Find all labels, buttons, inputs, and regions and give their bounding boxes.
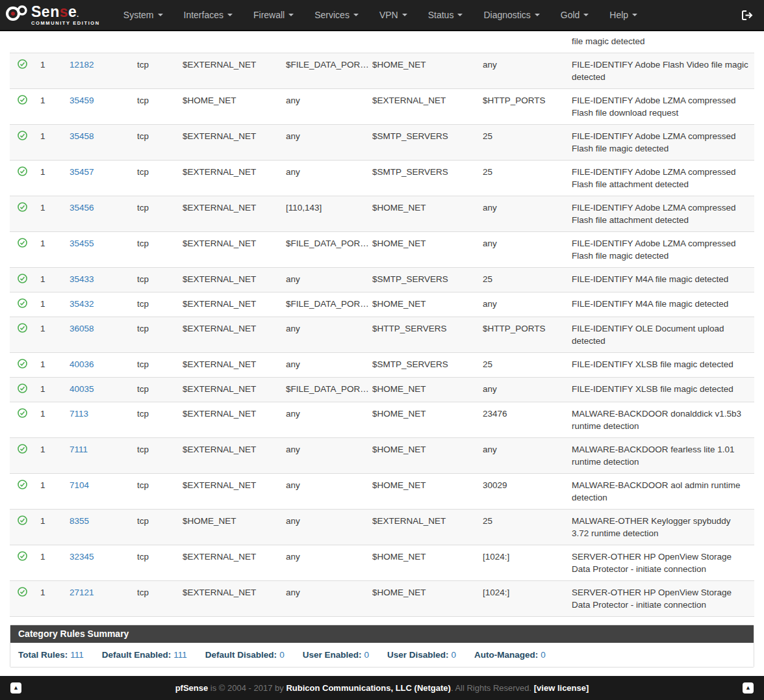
rule-enabled-cell xyxy=(10,161,35,196)
rule-source-net: $EXTERNAL_NET xyxy=(177,402,281,437)
rule-sid-link[interactable]: 36058 xyxy=(70,324,94,333)
rule-dest-net: $SMTP_SERVERS xyxy=(367,125,478,160)
rule-sid-link[interactable]: 35455 xyxy=(70,239,94,248)
rule-source-port: any xyxy=(281,510,367,545)
rule-dest-net: $HOME_NET xyxy=(367,232,478,267)
rule-enabled-cell xyxy=(10,545,35,580)
navbar-item-interfaces[interactable]: Interfaces xyxy=(173,1,243,29)
check-circle-icon[interactable] xyxy=(18,276,27,285)
panel-title: Category Rules Summary xyxy=(10,625,754,643)
rule-source-port: $FILE_DATA_POR… xyxy=(281,232,367,267)
table-row: 1 40036 tcp $EXTERNAL_NET any $SMTP_SERV… xyxy=(10,353,754,378)
rule-dest-net: $HOME_NET xyxy=(367,474,478,509)
footer-link[interactable]: [view license] xyxy=(534,683,589,693)
check-circle-icon[interactable] xyxy=(18,517,27,527)
check-circle-icon[interactable] xyxy=(18,482,27,491)
rule-gid: 1 xyxy=(35,581,64,616)
check-circle-icon[interactable] xyxy=(18,553,27,563)
check-circle-icon[interactable] xyxy=(18,325,27,335)
rule-sid-link[interactable]: 7104 xyxy=(70,480,89,490)
rule-message: SERVER-OTHER HP OpenView Storage Data Pr… xyxy=(567,545,754,580)
scroll-top-icon-left[interactable]: ▲ xyxy=(10,682,21,694)
rule-source-port: any xyxy=(281,438,367,473)
summary-stat: Auto-Managed:0 xyxy=(474,650,546,660)
navbar-item-diagnostics[interactable]: Diagnostics xyxy=(473,1,550,29)
check-circle-icon[interactable] xyxy=(18,204,27,214)
navbar-item-services[interactable]: Services xyxy=(304,1,369,29)
rule-dest-net: $HOME_NET xyxy=(367,53,478,88)
rule-source-port: [110,143] xyxy=(281,196,367,231)
rule-source-net: $HOME_NET xyxy=(177,89,281,124)
navbar-item-vpn[interactable]: VPN xyxy=(369,1,418,29)
rule-dest-port: 23476 xyxy=(478,402,567,437)
summary-stat-value: 0 xyxy=(279,650,285,660)
navbar-item-help[interactable]: Help xyxy=(599,1,648,29)
rule-dest-net: $HOME_NET xyxy=(367,438,478,473)
rule-message: MALWARE-OTHER Keylogger spybuddy 3.72 ru… xyxy=(567,510,754,545)
pfsense-logo[interactable]: Sense. COMMUNITY EDITION xyxy=(5,4,100,26)
rule-dest-net: $SMTP_SERVERS xyxy=(367,161,478,196)
navbar-item-label: Services xyxy=(314,10,350,20)
rule-message: FILE-IDENTIFY Adobe LZMA compressed Flas… xyxy=(567,196,754,231)
summary-stat-label: Default Disabled: xyxy=(205,650,277,660)
check-circle-icon[interactable] xyxy=(18,240,27,250)
rule-protocol: tcp xyxy=(132,125,177,160)
rule-sid-link[interactable]: 7111 xyxy=(70,445,88,454)
rule-sid-link[interactable]: 12182 xyxy=(70,60,94,70)
rule-source-net: $EXTERNAL_NET xyxy=(177,125,281,160)
check-circle-icon[interactable] xyxy=(18,300,27,310)
navbar-item-firewall[interactable]: Firewall xyxy=(243,1,304,29)
check-circle-icon[interactable] xyxy=(18,410,27,420)
rule-source-port: $FILE_DATA_POR… xyxy=(281,292,367,317)
rule-sid-link[interactable]: 35457 xyxy=(70,167,94,177)
rule-gid: 1 xyxy=(35,268,64,292)
rule-sid-link[interactable]: 40036 xyxy=(70,359,94,369)
summary-stats: Total Rules:111 Default Enabled:111 Defa… xyxy=(10,643,754,667)
rule-dest-port: 25 xyxy=(478,161,567,196)
category-rules-summary-panel: Category Rules Summary Total Rules:111 D… xyxy=(10,625,754,668)
rule-sid-link[interactable]: 32345 xyxy=(70,552,94,562)
check-circle-icon[interactable] xyxy=(18,446,27,456)
rule-message: MALWARE-BACKDOOR fearless lite 1.01 runt… xyxy=(567,438,754,473)
rule-source-net: $EXTERNAL_NET xyxy=(177,268,281,292)
footer-link[interactable]: pfSense xyxy=(175,683,209,693)
check-circle-icon[interactable] xyxy=(18,97,27,107)
rule-gid: 1 xyxy=(35,161,64,196)
rule-enabled-cell xyxy=(10,125,35,160)
sign-out-icon[interactable] xyxy=(737,10,758,21)
rule-sid-link[interactable]: 35432 xyxy=(70,299,94,309)
rule-sid-link[interactable]: 7113 xyxy=(70,409,88,419)
scroll-top-icon-right[interactable]: ▲ xyxy=(743,682,754,694)
rule-protocol: tcp xyxy=(132,353,177,377)
check-circle-icon[interactable] xyxy=(18,133,27,142)
rule-gid: 1 xyxy=(35,353,64,377)
check-circle-icon[interactable] xyxy=(18,361,27,370)
check-circle-icon[interactable] xyxy=(18,61,27,71)
navbar-item-status[interactable]: Status xyxy=(418,1,474,29)
rule-sid-link[interactable]: 35459 xyxy=(70,96,94,105)
check-circle-icon[interactable] xyxy=(18,589,27,599)
logo-edition-label: COMMUNITY EDITION xyxy=(31,21,100,26)
table-row: 1 32345 tcp $EXTERNAL_NET any $HOME_NET … xyxy=(10,545,754,581)
rule-source-net: $EXTERNAL_NET xyxy=(177,292,281,317)
check-circle-icon[interactable] xyxy=(18,385,27,395)
rule-source-port: any xyxy=(281,402,367,437)
rule-sid-link[interactable]: 27121 xyxy=(70,588,94,597)
check-circle-icon[interactable] xyxy=(18,168,27,178)
table-row: 1 35459 tcp $HOME_NET any $EXTERNAL_NET … xyxy=(10,89,754,125)
summary-stat-label: User Disabled: xyxy=(387,650,449,660)
summary-stat: Default Enabled:111 xyxy=(102,650,187,660)
rule-sid-link[interactable]: 40035 xyxy=(70,384,94,394)
rule-sid-link[interactable]: 35458 xyxy=(70,131,94,141)
rule-dest-net: $HTTP_SERVERS xyxy=(367,317,478,352)
rule-dest-net: $HOME_NET xyxy=(367,581,478,616)
rule-sid-link[interactable]: 35433 xyxy=(70,274,94,284)
navbar-item-gold[interactable]: Gold xyxy=(550,1,600,29)
footer-link[interactable]: Rubicon Communications, LLC (Netgate) xyxy=(286,683,451,693)
rule-sid-link[interactable]: 35456 xyxy=(70,203,94,213)
navbar-item-label: Firewall xyxy=(253,10,285,20)
navbar-item-label: Diagnostics xyxy=(483,10,530,20)
rule-source-port: $FILE_DATA_POR… xyxy=(281,378,367,402)
rule-sid-link[interactable]: 8355 xyxy=(70,516,89,526)
navbar-item-system[interactable]: System xyxy=(113,1,173,29)
